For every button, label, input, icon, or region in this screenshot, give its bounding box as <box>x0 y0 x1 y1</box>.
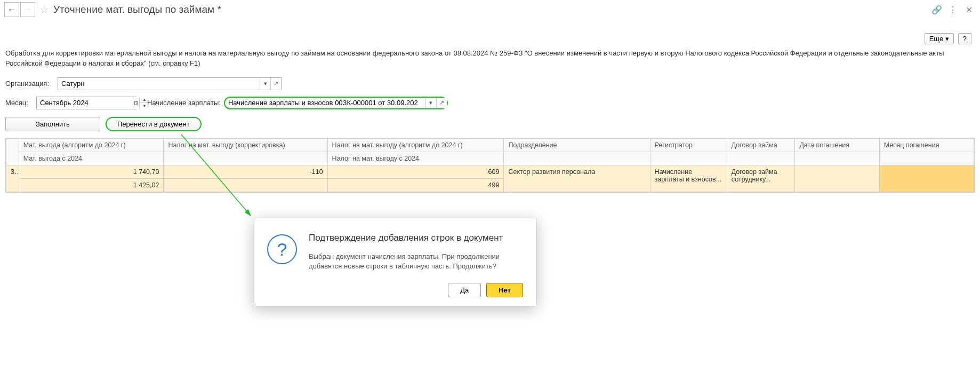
question-icon: ? <box>267 234 297 264</box>
data-table: Мат. выгода (алгоритм до 2024 г) Налог н… <box>5 138 975 193</box>
col-header[interactable] <box>504 152 650 165</box>
table-header-row-2: Мат. выгода с 2024 Налог на мат. выгоду … <box>6 152 974 165</box>
forward-button[interactable]: → <box>20 2 35 17</box>
chevron-down-icon: ▾ <box>264 80 267 87</box>
more-button[interactable]: Еще ▾ <box>925 33 954 44</box>
col-header[interactable] <box>795 152 879 165</box>
page-title: Уточнение мат. выгоды по займам * <box>53 4 932 15</box>
col-header[interactable] <box>879 152 974 165</box>
col-header[interactable]: Налог на мат. выгоду (алгоритм до 2024 г… <box>327 138 504 152</box>
col-header[interactable]: Мат. выгода с 2024 <box>19 152 164 165</box>
arrow-left-icon: ← <box>7 5 16 14</box>
window-header: ← → ☆ Уточнение мат. выгоды по займам * … <box>0 0 980 19</box>
chevron-down-icon: ▾ <box>945 35 949 43</box>
organization-dropdown-button[interactable]: ▾ <box>260 78 270 90</box>
chevron-down-icon: ▾ <box>429 99 432 106</box>
cell[interactable]: 499 <box>327 178 504 192</box>
organization-row: Организация: ▾ ↗ <box>0 74 980 93</box>
col-header[interactable]: Налог на мат. выгоду с 2024 <box>327 152 504 165</box>
month-row: Месяц: 🗓 ▲ ▼ Начисление зарплаты: ▾ ↗ <box>0 93 980 113</box>
open-icon: ↗ <box>439 99 444 106</box>
col-header[interactable]: Подразделение <box>504 138 650 152</box>
cell[interactable] <box>795 165 879 192</box>
close-icon[interactable]: ✕ <box>964 5 974 14</box>
cell[interactable]: Начисление зарплаты и взносов... <box>650 165 727 192</box>
table-row[interactable]: 3 1 740,70 -110 609 Сектор развития перс… <box>6 165 974 178</box>
confirm-dialog: ? Подтверждение добавления строк в докум… <box>254 218 536 306</box>
cell[interactable]: 1 425,02 <box>19 178 164 192</box>
favorite-star-icon[interactable]: ☆ <box>39 3 49 16</box>
more-button-label: Еще <box>929 35 943 43</box>
cell[interactable]: Сектор развития персонала <box>504 165 650 192</box>
description-text: Обработка для корректировки материальной… <box>0 49 980 74</box>
cell[interactable] <box>879 165 974 192</box>
cell[interactable]: 609 <box>327 165 504 178</box>
col-header[interactable]: Регистратор <box>650 138 727 152</box>
chevron-down-icon: ▼ <box>142 104 147 108</box>
calc-dropdown-button[interactable]: ▾ <box>425 98 436 108</box>
dialog-no-button[interactable]: Нет <box>486 283 523 297</box>
link-icon[interactable]: 🔗 <box>932 5 942 14</box>
dialog-yes-button[interactable]: Да <box>448 283 481 297</box>
organization-label: Организация: <box>5 80 54 88</box>
row-number: 3 <box>6 165 19 192</box>
help-button[interactable]: ? <box>958 33 971 44</box>
cell[interactable]: 1 740,70 <box>19 165 164 178</box>
month-calendar-button[interactable]: 🗓 <box>133 97 139 109</box>
transfer-button[interactable]: Перенести в документ <box>106 117 202 131</box>
top-actions-bar: Еще ▾ ? <box>0 19 980 49</box>
calc-open-button[interactable]: ↗ <box>436 98 447 108</box>
calc-input[interactable] <box>225 98 425 108</box>
col-header[interactable]: Договор займа <box>727 138 795 152</box>
open-icon: ↗ <box>274 80 278 87</box>
arrow-right-icon: → <box>23 5 32 14</box>
kebab-menu-icon[interactable]: ⋮ <box>948 5 958 14</box>
col-header[interactable]: Месяц погашения <box>879 138 974 152</box>
cell[interactable] <box>164 178 327 192</box>
cell[interactable]: -110 <box>164 165 327 178</box>
table-header-row-1: Мат. выгода (алгоритм до 2024 г) Налог н… <box>6 138 974 152</box>
back-button[interactable]: ← <box>4 2 19 17</box>
calendar-icon: 🗓 <box>133 100 139 106</box>
col-header[interactable]: Налог на мат. выгоду (корректировка) <box>164 138 327 152</box>
col-header[interactable] <box>727 152 795 165</box>
organization-input[interactable] <box>58 78 260 90</box>
dialog-text: Выбран документ начисления зарплаты. При… <box>309 252 523 271</box>
dialog-title: Подтверждение добавления строк в докумен… <box>309 232 523 244</box>
month-label: Месяц: <box>5 99 33 107</box>
fill-button[interactable]: Заполнить <box>5 117 100 131</box>
chevron-up-icon: ▲ <box>142 97 147 102</box>
col-header[interactable]: Дата погашения <box>795 138 879 152</box>
organization-open-button[interactable]: ↗ <box>270 78 281 90</box>
col-header[interactable] <box>164 152 327 165</box>
month-input[interactable] <box>37 97 133 109</box>
toolbar: Заполнить Перенести в документ <box>0 113 980 136</box>
col-header[interactable] <box>650 152 727 165</box>
calc-label: Начисление зарплаты: <box>147 99 221 107</box>
col-header[interactable]: Мат. выгода (алгоритм до 2024 г) <box>19 138 164 152</box>
cell[interactable]: Договор займа сотруднику... <box>727 165 795 192</box>
